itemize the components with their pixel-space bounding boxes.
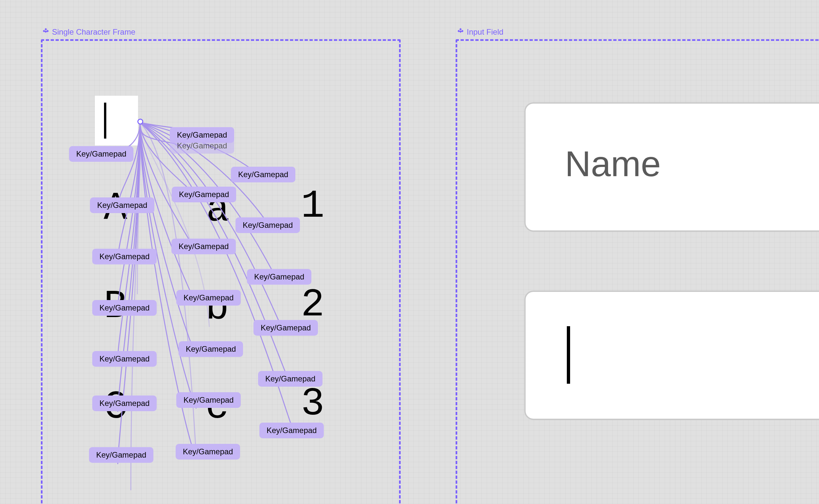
component-label-left: Single Character Frame xyxy=(42,27,135,37)
interaction-badge[interactable]: Key/Gamepad xyxy=(92,395,157,411)
connector-node[interactable] xyxy=(137,119,143,125)
interaction-badge[interactable]: Key/Gamepad xyxy=(259,423,324,438)
interaction-badge[interactable]: Key/Gamepad xyxy=(235,217,300,233)
component-label-left-text: Single Character Frame xyxy=(52,27,135,37)
interaction-badge[interactable]: Key/Gamepad xyxy=(176,290,241,306)
char-digit-3: 3 xyxy=(301,382,324,426)
interaction-badge[interactable]: Key/Gamepad xyxy=(253,320,318,336)
character-display-box[interactable] xyxy=(95,96,138,145)
interaction-badge[interactable]: Key/Gamepad xyxy=(247,269,311,285)
text-cursor-icon xyxy=(567,326,570,384)
interaction-badge[interactable]: Key/Gamepad xyxy=(171,239,236,254)
input-field-active[interactable] xyxy=(524,291,819,420)
interaction-badge[interactable]: Key/Gamepad xyxy=(179,341,243,357)
interaction-badge[interactable]: Key/Gamepad xyxy=(170,138,234,154)
interaction-badge[interactable]: Key/Gamepad xyxy=(231,167,295,182)
component-label-right-text: Input Field xyxy=(467,27,503,37)
component-icon xyxy=(457,27,464,37)
input-field-name[interactable]: Name xyxy=(524,102,819,232)
interaction-badge[interactable]: Key/Gamepad xyxy=(176,444,240,460)
interaction-badge[interactable]: Key/Gamepad xyxy=(89,447,153,463)
interaction-badge[interactable]: Key/Gamepad xyxy=(90,197,154,213)
char-digit-1: 1 xyxy=(301,184,324,228)
interaction-badge[interactable]: Key/Gamepad xyxy=(92,249,157,264)
interaction-badge[interactable]: Key/Gamepad xyxy=(172,187,236,202)
component-label-right: Input Field xyxy=(457,27,503,37)
text-cursor-icon xyxy=(104,103,106,138)
design-canvas[interactable]: Single Character Frame A a 1 B b 2 C c 3 xyxy=(0,0,819,504)
interaction-badge[interactable]: Key/Gamepad xyxy=(69,146,133,162)
interaction-badge[interactable]: Key/Gamepad xyxy=(92,300,157,316)
input-placeholder: Name xyxy=(565,143,661,184)
interaction-badge[interactable]: Key/Gamepad xyxy=(258,371,322,387)
interaction-badge[interactable]: Key/Gamepad xyxy=(92,351,157,367)
component-icon xyxy=(42,27,49,37)
interaction-badge[interactable]: Key/Gamepad xyxy=(176,392,241,408)
